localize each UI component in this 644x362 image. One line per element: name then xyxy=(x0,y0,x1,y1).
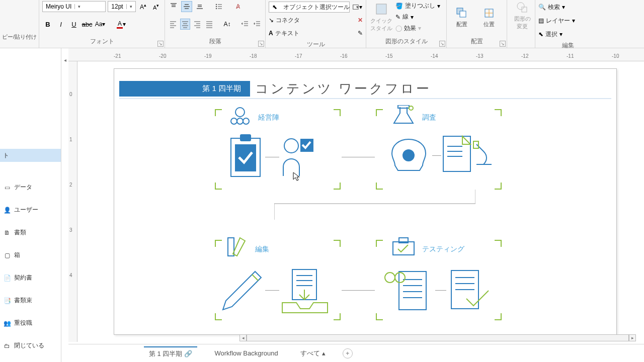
select-button[interactable]: ⬉選択▾ xyxy=(538,28,598,40)
shrink-font-button[interactable]: A▾ xyxy=(150,1,162,12)
list-item[interactable]: ▭データ xyxy=(0,181,61,194)
arrange-button[interactable]: 配置 xyxy=(450,1,474,33)
ruler-tick: -15 xyxy=(385,53,392,59)
horizontal-scrollbar[interactable]: ◂ ▸ xyxy=(239,334,636,342)
underline-button[interactable]: U xyxy=(68,19,79,30)
chevron-down-icon: ▾ xyxy=(126,4,133,9)
scroll-right-icon[interactable]: ▸ xyxy=(629,334,636,341)
tab-bg[interactable]: Workflow Background xyxy=(209,347,283,359)
font-size-combo[interactable]: 12pt ▾ xyxy=(108,1,135,12)
clear-format-button[interactable]: A̷ xyxy=(232,1,244,12)
position-button[interactable]: 位置 xyxy=(477,1,501,33)
line-button[interactable]: ✎線▾ xyxy=(395,12,440,22)
doc-check-icon[interactable] xyxy=(446,267,497,318)
grow-font-button[interactable]: A▴ xyxy=(138,1,149,12)
align-right-button[interactable] xyxy=(192,19,202,30)
dialog-launcher-icon[interactable]: ↘ xyxy=(439,41,445,47)
connector-line[interactable] xyxy=(342,290,375,291)
font-name-combo[interactable]: Meiryo UI ▾ xyxy=(42,1,106,12)
connector-line[interactable] xyxy=(435,290,446,291)
effect-button[interactable]: ◯効果▾ xyxy=(395,24,440,33)
quarter-badge[interactable]: 第 1 四半期 xyxy=(119,81,250,97)
section-edit[interactable]: 編集 xyxy=(215,240,341,320)
justify-button[interactable] xyxy=(204,19,214,30)
ruler-pencil-icon[interactable] xyxy=(225,235,250,260)
dialog-launcher-icon[interactable]: ↘ xyxy=(500,41,506,47)
list-item[interactable]: 📑書類束 xyxy=(0,294,61,307)
connector-line[interactable] xyxy=(432,155,441,156)
section-testing[interactable]: テスティング xyxy=(376,240,502,320)
clipboard-check-icon[interactable] xyxy=(228,134,263,179)
collapse-handle[interactable]: ◂ xyxy=(61,48,68,362)
review-doc-icon[interactable] xyxy=(381,267,436,318)
drawing-page[interactable]: 第 1 四半期 コンテンツ ワークフロー 経営陣 xyxy=(114,68,617,335)
inbox-doc-icon[interactable] xyxy=(280,267,331,318)
corner-icon xyxy=(495,183,502,190)
page-title[interactable]: コンテンツ ワークフロー xyxy=(255,80,431,98)
ruler-tick: 3 xyxy=(69,227,72,233)
align-center-button[interactable] xyxy=(180,19,190,30)
align-left-button[interactable] xyxy=(168,19,178,30)
panel-selected-item[interactable]: ト xyxy=(0,149,61,162)
decrease-indent-button[interactable] xyxy=(240,19,250,30)
svg-point-11 xyxy=(231,118,237,124)
italic-button[interactable]: I xyxy=(55,19,66,30)
pencil-icon[interactable] xyxy=(220,267,265,318)
fill-button[interactable]: 🪣塗りつぶし▾ xyxy=(395,1,440,11)
connector-line[interactable] xyxy=(265,157,279,157)
briefcase-check-icon[interactable] xyxy=(391,237,416,257)
brain-idea-icon[interactable] xyxy=(386,134,431,179)
list-item[interactable]: 👥重役職 xyxy=(0,317,61,329)
increase-indent-button[interactable] xyxy=(252,19,262,30)
connector-tool-label[interactable]: コネクタ xyxy=(276,16,300,25)
flask-icon[interactable] xyxy=(391,105,416,127)
bullets-button[interactable] xyxy=(213,1,224,12)
align-bottom-button[interactable] xyxy=(194,1,205,12)
section-mgmt[interactable]: 経営陣 xyxy=(215,109,341,190)
pointer-tool-combo[interactable]: ⬉ オブジェクト選択ツール ▾ xyxy=(269,2,350,13)
scroll-track[interactable] xyxy=(247,334,629,341)
bold-button[interactable]: B xyxy=(42,19,53,30)
dialog-launcher-icon[interactable]: ↘ xyxy=(157,41,164,47)
connector-line[interactable] xyxy=(274,190,475,220)
canvas[interactable]: -21 -20 -19 -18 -17 -16 -15 -14 -13 -12 … xyxy=(68,48,644,362)
layer-button[interactable]: ▤レイヤー▾ xyxy=(538,15,598,27)
text-direction-button[interactable]: A↕ xyxy=(222,19,232,30)
people-icon[interactable] xyxy=(225,106,255,126)
list-item[interactable]: 👤ユーザー xyxy=(0,204,61,216)
ink-icon[interactable]: ✎ xyxy=(358,30,363,37)
section-research[interactable]: 調査 xyxy=(376,109,502,190)
microscope-doc-icon[interactable] xyxy=(441,134,497,179)
list-item[interactable]: 🗀閉じている xyxy=(0,339,61,352)
tab-active[interactable]: 第 1 四半期 🔗 xyxy=(144,346,197,360)
change-shape-button[interactable]: 図形の 変更 xyxy=(510,1,534,30)
tab-all[interactable]: すべて▴ xyxy=(295,347,331,360)
rect-tool-button[interactable]: ▾ xyxy=(352,2,363,13)
list-item[interactable]: ▢箱 xyxy=(0,249,61,261)
align-top-button[interactable] xyxy=(168,1,179,12)
connector-icon: ↘ xyxy=(269,17,274,24)
svg-rect-26 xyxy=(393,242,414,255)
align-middle-button[interactable] xyxy=(181,1,192,12)
quick-style-button[interactable]: クイック スタイル xyxy=(369,1,393,33)
ruler-tick: -11 xyxy=(567,53,574,59)
text-tool-label[interactable]: テキスト xyxy=(275,29,299,38)
search-button[interactable]: 🔍検索▾ xyxy=(538,1,598,13)
close-icon[interactable]: ✕ xyxy=(358,17,363,24)
person-check-icon[interactable] xyxy=(280,137,315,177)
svg-rect-4 xyxy=(376,4,386,14)
corner-icon xyxy=(495,109,502,116)
add-tab-button[interactable]: + xyxy=(343,348,353,358)
list-item-label: 閉じている xyxy=(14,341,44,350)
dialog-launcher-icon[interactable]: ↘ xyxy=(258,41,264,47)
strikethrough-button[interactable]: abc xyxy=(82,19,93,30)
list-item[interactable]: 🗎書類 xyxy=(0,226,61,239)
contract-icon: 📄 xyxy=(3,274,11,282)
list-item[interactable]: 📄契約書 xyxy=(0,272,61,284)
connector-line[interactable] xyxy=(342,157,375,157)
font-color-button[interactable]: A▾ xyxy=(116,19,127,30)
svg-point-1 xyxy=(216,6,217,7)
connector-line[interactable] xyxy=(265,290,279,291)
scroll-left-icon[interactable]: ◂ xyxy=(239,334,247,341)
change-case-button[interactable]: Aa▾ xyxy=(95,19,106,30)
